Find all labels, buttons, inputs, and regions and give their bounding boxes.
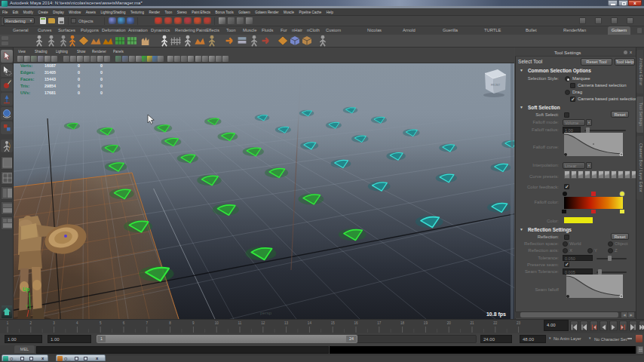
svg-text:Edges:: Edges: xyxy=(20,70,35,75)
svg-text:15443: 15443 xyxy=(44,77,56,81)
svg-text:10.8 fps: 10.8 fps xyxy=(486,311,506,318)
svg-text:16: 16 xyxy=(354,321,358,325)
svg-text:17681: 17681 xyxy=(44,90,56,95)
svg-text:21: 21 xyxy=(470,321,474,325)
svg-text:12: 12 xyxy=(261,321,265,325)
svg-text:0: 0 xyxy=(78,70,80,75)
svg-text:Tris:: Tris: xyxy=(20,84,29,88)
svg-text:9: 9 xyxy=(192,321,195,325)
svg-text:2: 2 xyxy=(30,321,32,325)
svg-text:15: 15 xyxy=(331,321,336,325)
svg-text:6: 6 xyxy=(123,321,125,325)
svg-text:19: 19 xyxy=(424,321,428,325)
svg-text:0: 0 xyxy=(78,84,80,88)
svg-text:Y: Y xyxy=(26,304,29,308)
svg-text:1: 1 xyxy=(7,321,9,325)
svg-text:0: 0 xyxy=(78,77,80,81)
svg-text:23: 23 xyxy=(517,321,521,325)
svg-text:8: 8 xyxy=(169,321,171,325)
svg-text:0: 0 xyxy=(78,90,80,95)
svg-text:17: 17 xyxy=(377,321,382,325)
svg-text:4: 4 xyxy=(76,321,78,325)
svg-text:13: 13 xyxy=(284,321,289,325)
svg-text:persp: persp xyxy=(260,311,272,315)
svg-text:20: 20 xyxy=(447,321,452,325)
svg-text:31405: 31405 xyxy=(44,70,56,75)
svg-text:11: 11 xyxy=(238,321,242,325)
svg-text:14: 14 xyxy=(308,321,312,325)
svg-text:Verts:: Verts: xyxy=(20,63,32,68)
svg-text:0: 0 xyxy=(100,77,103,81)
svg-text:29854: 29854 xyxy=(44,84,56,88)
svg-text:16087: 16087 xyxy=(44,63,56,68)
svg-text:Up: Up xyxy=(23,287,29,293)
svg-text:10: 10 xyxy=(215,321,219,325)
svg-text:0: 0 xyxy=(100,63,103,68)
svg-text:3: 3 xyxy=(53,321,55,325)
svg-text:0: 0 xyxy=(78,63,80,68)
svg-text:0: 0 xyxy=(100,70,103,75)
svg-text:7: 7 xyxy=(146,321,149,325)
svg-text:0: 0 xyxy=(100,84,103,88)
svg-text:18: 18 xyxy=(400,321,405,325)
svg-text:Faces:: Faces: xyxy=(20,77,34,81)
svg-text:0: 0 xyxy=(100,90,103,95)
svg-text:5: 5 xyxy=(100,321,102,325)
svg-text:UVs:: UVs: xyxy=(20,90,30,95)
svg-text:22: 22 xyxy=(493,321,498,325)
svg-text:FRONT: FRONT xyxy=(491,84,501,87)
